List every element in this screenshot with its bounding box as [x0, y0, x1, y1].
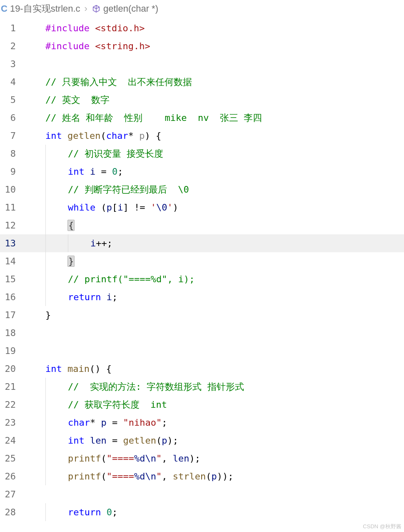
code-content[interactable]: printf("====%d\n", strlen(p));: [23, 467, 404, 485]
breadcrumb: C 19-自实现strlen.c › getlen(char *): [0, 0, 404, 19]
code-line: 11 while (p[i] != '\0'): [0, 198, 404, 216]
brace-close: }: [67, 256, 75, 267]
code-content[interactable]: return i;: [23, 288, 404, 306]
code-content[interactable]: // 初识变量 接受长度: [23, 145, 404, 163]
code-content[interactable]: #include <stdio.h>: [23, 19, 404, 37]
code-line: 18: [0, 324, 404, 342]
code-content[interactable]: int len = getlen(p);: [23, 432, 404, 449]
code-content[interactable]: i++;: [23, 234, 404, 252]
code-content[interactable]: // 英文 数字: [23, 91, 404, 109]
line-number: 14: [0, 256, 23, 266]
line-number: 10: [0, 184, 23, 195]
code-line: 16 return i;: [0, 288, 404, 306]
c-file-icon-letter: C: [1, 3, 7, 14]
line-number: 15: [0, 274, 23, 284]
code-line: 26 printf("====%d\n", strlen(p));: [0, 467, 404, 485]
code-content[interactable]: }: [23, 252, 404, 270]
line-number: 9: [0, 166, 23, 177]
code-line: 9 int i = 0;: [0, 163, 404, 181]
line-number: 7: [0, 130, 23, 141]
code-content[interactable]: char* p = "nihao";: [23, 414, 404, 432]
code-content[interactable]: }: [23, 306, 404, 324]
code-line: 12 {: [0, 216, 404, 234]
line-number: 22: [0, 399, 23, 410]
line-number: 8: [0, 148, 23, 159]
line-number: 28: [0, 507, 23, 517]
code-line: 23 char* p = "nihao";: [0, 414, 404, 432]
code-content[interactable]: printf("====%d\n", len);: [23, 449, 404, 467]
code-content[interactable]: int getlen(char* p) {: [23, 127, 404, 145]
breadcrumb-symbol[interactable]: getlen(char *): [103, 3, 158, 14]
code-content[interactable]: // 获取字符长度 int: [23, 396, 404, 414]
code-line: 27: [0, 485, 404, 503]
code-line: 6 // 姓名 和年龄 性别 mike nv 张三 李四: [0, 109, 404, 127]
brace-open: {: [67, 220, 75, 231]
code-content[interactable]: return 0;: [23, 503, 404, 521]
code-content[interactable]: // 只要输入中文 出不来任何数据: [23, 73, 404, 91]
line-number: 13: [0, 238, 23, 248]
code-line-current: 13 i++;: [0, 234, 404, 252]
code-line: 10 // 判断字符已经到最后 \0: [0, 181, 404, 198]
line-number: 18: [0, 328, 23, 338]
line-number: 1: [0, 23, 23, 33]
code-content[interactable]: // 实现的方法: 字符数组形式 指针形式: [23, 378, 404, 396]
code-line: 20 int main() {: [0, 360, 404, 378]
c-file-icon: C: [1, 3, 7, 14]
code-line: 24 int len = getlen(p);: [0, 432, 404, 449]
code-line: 21 // 实现的方法: 字符数组形式 指针形式: [0, 378, 404, 396]
code-editor[interactable]: 1 #include <stdio.h> 2 #include <string.…: [0, 19, 404, 521]
line-number: 3: [0, 59, 23, 69]
code-line: 22 // 获取字符长度 int: [0, 396, 404, 414]
code-line: 15 // printf("====%d", i);: [0, 270, 404, 288]
code-content[interactable]: #include <string.h>: [23, 37, 404, 55]
line-number: 2: [0, 41, 23, 51]
code-content[interactable]: {: [23, 216, 404, 234]
line-number: 16: [0, 292, 23, 302]
line-number: 26: [0, 471, 23, 482]
code-content[interactable]: // 姓名 和年龄 性别 mike nv 张三 李四: [23, 109, 404, 127]
code-content[interactable]: // printf("====%d", i);: [23, 270, 404, 288]
code-line: 8 // 初识变量 接受长度: [0, 145, 404, 163]
code-line: 14 }: [0, 252, 404, 270]
code-line: 28 return 0;: [0, 503, 404, 521]
code-line: 1 #include <stdio.h>: [0, 19, 404, 37]
code-content[interactable]: int i = 0;: [23, 163, 404, 181]
line-number: 27: [0, 489, 23, 499]
line-number: 11: [0, 202, 23, 213]
code-line: 19: [0, 342, 404, 360]
code-line: 25 printf("====%d\n", len);: [0, 449, 404, 467]
line-number: 20: [0, 364, 23, 374]
line-number: 17: [0, 310, 23, 320]
code-content[interactable]: while (p[i] != '\0'): [23, 198, 404, 216]
code-line: 5 // 英文 数字: [0, 91, 404, 109]
cube-icon: [92, 4, 101, 13]
line-number: 23: [0, 417, 23, 428]
line-number: 4: [0, 77, 23, 87]
breadcrumb-separator: ›: [83, 3, 89, 14]
code-line: 4 // 只要输入中文 出不来任何数据: [0, 73, 404, 91]
line-number: 21: [0, 381, 23, 392]
code-content[interactable]: int main() {: [23, 360, 404, 378]
line-number: 24: [0, 435, 23, 446]
code-line: 17 }: [0, 306, 404, 324]
line-number: 6: [0, 113, 23, 123]
code-line: 7 int getlen(char* p) {: [0, 127, 404, 145]
breadcrumb-file[interactable]: 19-自实现strlen.c: [10, 3, 80, 15]
line-number: 19: [0, 346, 23, 356]
code-content[interactable]: // 判断字符已经到最后 \0: [23, 181, 404, 198]
line-number: 5: [0, 95, 23, 105]
code-line: 3: [0, 55, 404, 73]
line-number: 12: [0, 220, 23, 231]
code-line: 2 #include <string.h>: [0, 37, 404, 55]
line-number: 25: [0, 453, 23, 464]
